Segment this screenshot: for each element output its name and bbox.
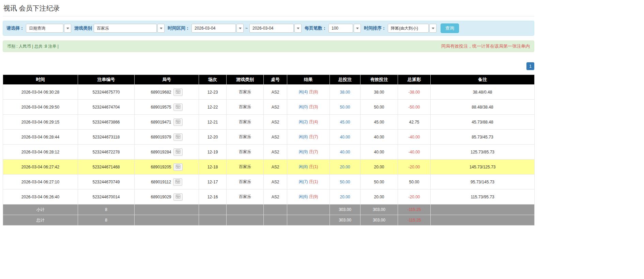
header-valid-bet: 有效投注 xyxy=(361,75,398,85)
roadmap-button[interactable] xyxy=(173,163,183,171)
cell-time: 2026-03-04 06:28:44 xyxy=(3,130,78,145)
cell-remark: 95.73/145.73 xyxy=(431,175,535,190)
cell-total-bet: 20.00 xyxy=(330,160,361,175)
chevron-down-icon xyxy=(160,28,163,29)
cell-session: 12-22 xyxy=(199,100,227,115)
total-bet-link[interactable]: 40.00 xyxy=(340,150,350,154)
round-id-text: 689019029 xyxy=(151,195,171,199)
cell-round-id: 689019682 xyxy=(135,85,199,100)
date-from-dropdown-button[interactable] xyxy=(236,24,244,33)
empty-cell xyxy=(199,215,227,226)
player-result: 闲(0) xyxy=(299,104,308,109)
total-bet-link[interactable]: 20.00 xyxy=(340,165,350,169)
total-bet-link[interactable]: 45.00 xyxy=(340,120,350,125)
header-result: 结果 xyxy=(287,75,330,85)
banker-result: 庄(7) xyxy=(309,149,318,154)
header-session: 场次 xyxy=(199,75,227,85)
cell-round-id: 689019112 xyxy=(135,175,199,190)
total-bet-link[interactable]: 50.00 xyxy=(340,105,350,110)
roadmap-icon xyxy=(176,104,180,110)
search-button[interactable]: 查询 xyxy=(441,23,459,33)
cell-game-type: 百家乐 xyxy=(227,130,264,145)
payout-value: 50.00 xyxy=(409,180,419,184)
cell-valid-bet: 50.00 xyxy=(361,175,398,190)
date-to-value[interactable]: 2026-03-04 xyxy=(249,24,294,33)
chevron-down-icon xyxy=(297,28,300,29)
table-row: 2026-03-04 06:29:15523244673866689019471… xyxy=(3,115,535,130)
cell-game-type: 百家乐 xyxy=(227,145,264,160)
banker-result: 庄(1) xyxy=(309,164,318,169)
date-from-value[interactable]: 2026-03-04 xyxy=(191,24,236,33)
roadmap-icon xyxy=(175,179,180,184)
round-id-text: 689019284 xyxy=(151,150,171,154)
cell-game-type: 百家乐 xyxy=(227,160,264,175)
empty-cell xyxy=(264,204,287,215)
header-time: 时间 xyxy=(3,75,78,85)
empty-cell xyxy=(431,204,535,215)
banker-result: 庄(7) xyxy=(309,134,318,139)
table-header-row: 时间 注单编号 局号 场次 游戏类别 桌号 结果 总投注 有效投注 总派彩 备注 xyxy=(3,75,535,85)
cell-result: 闲(9) 庄(7) xyxy=(287,145,330,160)
cell-game-type: 百家乐 xyxy=(227,85,264,100)
total-total-bet: 303.00 xyxy=(330,215,361,226)
cell-game-type: 百家乐 xyxy=(227,100,264,115)
round-id-text: 689019682 xyxy=(151,90,171,95)
round-id-text: 689019379 xyxy=(151,135,171,140)
cell-session: 12-21 xyxy=(199,115,227,130)
date-from-combobox: 2026-03-04 xyxy=(191,24,244,33)
page-size-value[interactable]: 100 xyxy=(328,24,353,33)
game-type-label: 游戏类别 xyxy=(74,25,92,31)
select-type-combobox: 日期查询 xyxy=(26,24,71,33)
cell-round-id: 689019284 xyxy=(135,145,199,160)
time-sort-dropdown-button[interactable] xyxy=(429,24,436,33)
banker-result: 庄(4) xyxy=(309,119,318,124)
roadmap-button[interactable] xyxy=(173,133,183,141)
total-bet-link[interactable]: 20.00 xyxy=(340,195,350,199)
header-table-no: 桌号 xyxy=(264,75,287,85)
cell-payout: -40.00 xyxy=(398,130,431,145)
banker-result: 庄(9) xyxy=(309,194,318,199)
roadmap-button[interactable] xyxy=(173,103,183,111)
select-type-dropdown-button[interactable] xyxy=(64,24,71,33)
page-button-1[interactable]: 1 xyxy=(526,62,534,70)
total-bet-link[interactable]: 38.00 xyxy=(340,90,350,95)
date-to-dropdown-button[interactable] xyxy=(294,24,302,33)
cell-remark: 38.48/0.48 xyxy=(431,85,535,100)
roadmap-button[interactable] xyxy=(173,118,183,126)
cell-table-no: AS2 xyxy=(264,130,287,145)
time-sort-value[interactable]: 降冪(由大到小) xyxy=(388,24,429,33)
cell-valid-bet: 50.00 xyxy=(361,100,398,115)
roadmap-button[interactable] xyxy=(173,148,183,156)
roadmap-icon xyxy=(176,164,180,169)
consolidation-note-text: 同局有效投注，统一计算在该局第一张注单内 xyxy=(441,43,530,49)
cell-remark: 85.73/45.73 xyxy=(431,130,535,145)
roadmap-icon xyxy=(176,134,180,140)
cell-bet-id: 523244670014 xyxy=(78,190,135,204)
cell-time: 2026-03-04 06:29:50 xyxy=(3,100,78,115)
subtotal-valid-bet: 303.00 xyxy=(361,204,398,215)
select-type-value[interactable]: 日期查询 xyxy=(26,24,63,33)
subtotal-payout: -115.25 xyxy=(398,204,431,215)
table-row: 2026-03-04 06:28:44523244673118689019379… xyxy=(3,130,535,145)
roadmap-button[interactable] xyxy=(173,193,183,201)
cell-bet-id: 523244674704 xyxy=(78,100,135,115)
subtotal-label: 小计 xyxy=(3,204,78,215)
roadmap-icon xyxy=(176,194,180,199)
total-bet-link[interactable]: 50.00 xyxy=(340,180,350,184)
chevron-down-icon xyxy=(239,28,242,29)
cell-session: 12-17 xyxy=(199,175,227,190)
cell-table-no: AS2 xyxy=(264,190,287,204)
cell-round-id: 689019575 xyxy=(135,100,199,115)
game-type-value[interactable]: 百家乐 xyxy=(94,24,157,33)
cell-bet-id: 523244675770 xyxy=(78,85,135,100)
roadmap-button[interactable] xyxy=(173,178,182,186)
cell-bet-id: 523244673866 xyxy=(78,115,135,130)
total-bet-link[interactable]: 40.00 xyxy=(340,135,350,140)
game-type-dropdown-button[interactable] xyxy=(157,24,165,33)
game-type-combobox: 百家乐 xyxy=(94,24,165,33)
empty-cell xyxy=(287,204,330,215)
roadmap-button[interactable] xyxy=(173,88,183,96)
page-size-dropdown-button[interactable] xyxy=(354,24,361,33)
cell-total-bet: 50.00 xyxy=(330,100,361,115)
payout-value: 42.75 xyxy=(409,120,419,125)
